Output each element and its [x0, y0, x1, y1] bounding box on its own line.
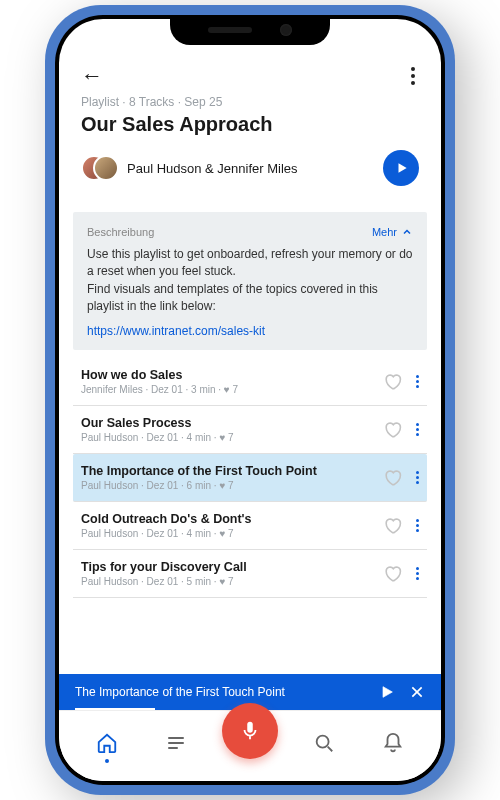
bell-icon	[382, 732, 404, 754]
svg-point-0	[317, 736, 329, 748]
screen: ← Playlist · 8 Tracks · Sep 25 Our Sales…	[59, 19, 441, 781]
speaker-slit	[208, 27, 252, 33]
chevron-up-icon	[401, 226, 413, 238]
track-list: How we do SalesJennifer Miles · Dez 01 ·…	[73, 358, 427, 674]
nav-search[interactable]	[302, 721, 346, 765]
phone-body: ← Playlist · 8 Tracks · Sep 25 Our Sales…	[55, 15, 445, 785]
track-actions	[382, 563, 423, 584]
track-menu-button[interactable]	[412, 371, 423, 392]
nav-home[interactable]	[85, 721, 129, 765]
player-play-icon[interactable]	[379, 684, 395, 700]
toggle-label: Mehr	[372, 226, 397, 238]
front-camera	[280, 24, 292, 36]
content-area: ← Playlist · 8 Tracks · Sep 25 Our Sales…	[59, 19, 441, 674]
track-row[interactable]: Our Sales ProcessPaul Hudson · Dez 01 · …	[73, 406, 427, 454]
description-link[interactable]: https://www.intranet.com/sales-kit	[87, 324, 265, 338]
playlist-title: Our Sales Approach	[81, 113, 419, 136]
track-menu-button[interactable]	[412, 419, 423, 440]
play-all-button[interactable]	[383, 150, 419, 186]
back-button[interactable]: ←	[81, 63, 103, 89]
track-meta: Paul Hudson · Dez 01 · 4 min · ♥ 7	[81, 528, 382, 539]
track-menu-button[interactable]	[412, 563, 423, 584]
playlist-header: Playlist · 8 Tracks · Sep 25 Our Sales A…	[59, 93, 441, 198]
search-icon	[313, 732, 335, 754]
track-title: How we do Sales	[81, 368, 382, 382]
heart-icon	[383, 468, 402, 487]
phone-notch	[170, 15, 330, 45]
like-button[interactable]	[382, 371, 402, 391]
player-controls	[379, 684, 425, 700]
author-avatars	[81, 155, 117, 181]
player-close-icon[interactable]	[409, 684, 425, 700]
description-body: Use this playlist to get onboarded, refr…	[87, 246, 413, 316]
track-actions	[382, 419, 423, 440]
like-button[interactable]	[382, 563, 402, 583]
track-row[interactable]: The Importance of the First Touch PointP…	[73, 454, 427, 502]
author-info: Paul Hudson & Jennifer Miles	[81, 155, 298, 181]
heart-icon	[383, 420, 402, 439]
track-menu-button[interactable]	[412, 515, 423, 536]
heart-icon	[383, 564, 402, 583]
like-button[interactable]	[382, 515, 402, 535]
nav-playlists[interactable]	[154, 721, 198, 765]
track-info: The Importance of the First Touch PointP…	[81, 464, 382, 491]
nav-notifications[interactable]	[371, 721, 415, 765]
track-title: Cold Outreach Do's & Dont's	[81, 512, 382, 526]
track-meta: Paul Hudson · Dez 01 · 4 min · ♥ 7	[81, 432, 382, 443]
description-toggle[interactable]: Mehr	[372, 226, 413, 238]
more-menu-button[interactable]	[407, 63, 419, 89]
record-button[interactable]	[222, 703, 278, 759]
heart-icon	[383, 516, 402, 535]
author-names: Paul Hudson & Jennifer Miles	[127, 161, 298, 176]
playlist-icon	[168, 737, 184, 749]
track-info: Tips for your Discovery CallPaul Hudson …	[81, 560, 382, 587]
microphone-icon	[239, 720, 261, 742]
phone-frame: ← Playlist · 8 Tracks · Sep 25 Our Sales…	[45, 5, 455, 795]
play-icon	[395, 161, 409, 175]
description-header: Beschreibung Mehr	[87, 226, 413, 238]
heart-icon	[383, 372, 402, 391]
description-panel: Beschreibung Mehr Use this playlist to g…	[73, 212, 427, 350]
home-icon	[96, 732, 118, 754]
track-row[interactable]: Tips for your Discovery CallPaul Hudson …	[73, 550, 427, 598]
bottom-nav	[59, 710, 441, 781]
track-info: Cold Outreach Do's & Dont'sPaul Hudson ·…	[81, 512, 382, 539]
track-meta: Paul Hudson · Dez 01 · 5 min · ♥ 7	[81, 576, 382, 587]
like-button[interactable]	[382, 419, 402, 439]
now-playing-title: The Importance of the First Touch Point	[75, 685, 285, 699]
track-row[interactable]: Cold Outreach Do's & Dont'sPaul Hudson ·…	[73, 502, 427, 550]
author-row: Paul Hudson & Jennifer Miles	[81, 150, 419, 186]
track-info: Our Sales ProcessPaul Hudson · Dez 01 · …	[81, 416, 382, 443]
track-title: The Importance of the First Touch Point	[81, 464, 382, 478]
avatar-2	[93, 155, 119, 181]
track-actions	[382, 515, 423, 536]
track-actions	[382, 371, 423, 392]
track-meta: Jennifer Miles · Dez 01 · 3 min · ♥ 7	[81, 384, 382, 395]
track-info: How we do SalesJennifer Miles · Dez 01 ·…	[81, 368, 382, 395]
track-title: Tips for your Discovery Call	[81, 560, 382, 574]
track-title: Our Sales Process	[81, 416, 382, 430]
like-button[interactable]	[382, 467, 402, 487]
description-label: Beschreibung	[87, 226, 154, 238]
top-bar: ←	[59, 55, 441, 93]
track-actions	[382, 467, 423, 488]
track-row[interactable]: How we do SalesJennifer Miles · Dez 01 ·…	[73, 358, 427, 406]
track-menu-button[interactable]	[412, 467, 423, 488]
playlist-meta: Playlist · 8 Tracks · Sep 25	[81, 95, 419, 109]
track-meta: Paul Hudson · Dez 01 · 6 min · ♥ 7	[81, 480, 382, 491]
